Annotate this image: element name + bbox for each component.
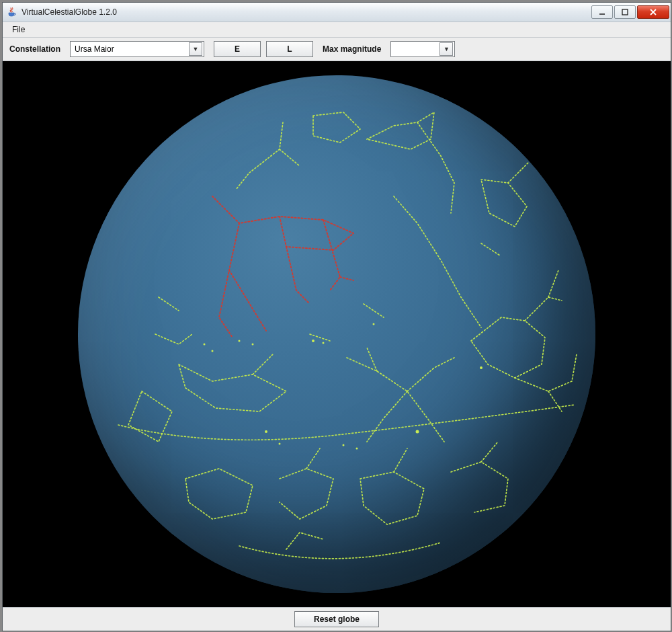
menubar: File (3, 22, 671, 38)
l-button[interactable]: L (266, 41, 313, 57)
e-button[interactable]: E (214, 41, 261, 57)
svg-point-15 (343, 444, 345, 446)
chevron-down-icon: ▼ (189, 42, 202, 56)
max-magnitude-dropdown[interactable]: ▼ (390, 41, 455, 57)
svg-point-11 (416, 430, 419, 434)
constellation-dropdown[interactable]: Ursa Maior ▼ (70, 41, 204, 57)
constellation-lines (118, 112, 577, 559)
svg-point-5 (252, 344, 254, 346)
svg-point-8 (373, 323, 375, 325)
constellation-label: Constellation (9, 44, 60, 54)
svg-point-9 (265, 430, 267, 433)
star-dots (204, 323, 483, 450)
window-controls (591, 5, 669, 19)
menu-file[interactable]: File (7, 24, 30, 36)
titlebar[interactable]: VirtualCelestialGlobe 1.2.0 (3, 3, 671, 22)
constellation-ursa-maior (212, 196, 353, 338)
svg-point-6 (312, 340, 314, 342)
svg-point-10 (279, 443, 281, 445)
toolbar: Constellation Ursa Maior ▼ E L Max magni… (3, 38, 671, 61)
close-button[interactable] (637, 5, 669, 19)
svg-point-7 (323, 342, 325, 344)
bottombar: Reset globe (3, 607, 671, 631)
chevron-down-icon: ▼ (439, 42, 453, 56)
globe-canvas[interactable] (3, 61, 671, 607)
app-window: VirtualCelestialGlobe 1.2.0 File Constel… (2, 2, 671, 631)
java-cup-icon (7, 7, 17, 17)
constellation-value: Ursa Maior (75, 44, 114, 54)
maximize-button[interactable] (614, 5, 636, 19)
svg-point-13 (204, 344, 206, 346)
reset-globe-button[interactable]: Reset globe (294, 611, 379, 627)
svg-rect-1 (622, 9, 628, 15)
max-magnitude-label: Max magnitude (323, 44, 381, 54)
window-title: VirtualCelestialGlobe 1.2.0 (22, 7, 591, 17)
svg-point-4 (239, 340, 241, 342)
svg-point-14 (212, 350, 214, 352)
svg-point-12 (480, 366, 482, 369)
celestial-globe[interactable] (78, 75, 595, 593)
minimize-button[interactable] (591, 5, 613, 19)
svg-point-16 (356, 448, 358, 450)
